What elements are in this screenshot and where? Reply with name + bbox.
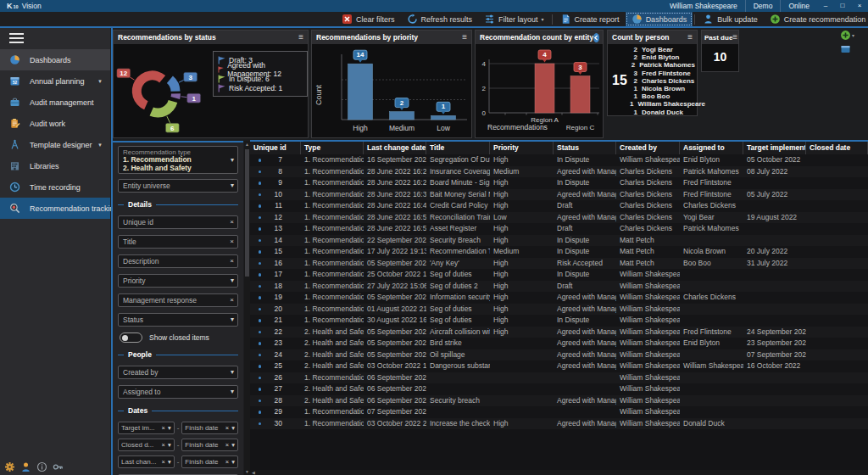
scroll-left-icon[interactable]: ◀ xyxy=(252,470,255,475)
table-row-21[interactable]: 211. Recommendation30 August 2022 16:51S… xyxy=(250,315,868,327)
chevron-down-icon[interactable]: ▾ xyxy=(852,32,854,38)
toolbar-button-clear-filters[interactable]: Clear filters xyxy=(336,12,401,26)
column-header-status[interactable]: Status xyxy=(554,142,616,154)
chevron-down-icon[interactable]: ▾ xyxy=(231,458,235,466)
donut-slice-in-dispute[interactable] xyxy=(150,100,178,118)
filter-input-title[interactable]: Title× xyxy=(118,235,238,249)
show-closed-toggle[interactable] xyxy=(120,332,142,343)
toolbar-button-create-recommendation[interactable]: Create recommendation▾ xyxy=(764,12,868,26)
table-row-27[interactable]: 272. Health and Safety06 September 2022 … xyxy=(250,383,868,395)
filter-dropdown-status[interactable]: Status▾ xyxy=(118,313,238,327)
panel-menu-icon[interactable]: ≡ xyxy=(462,31,467,44)
sidebar-item-audit-work[interactable]: Audit work xyxy=(0,113,110,134)
date-from-field[interactable]: Last chan...×▾ xyxy=(118,455,175,468)
table-row-17[interactable]: 171. Recommendation25 October 2022 16:24… xyxy=(250,269,868,281)
gear-icon[interactable] xyxy=(4,461,15,472)
date-to-field[interactable]: Finish date×▾ xyxy=(181,455,238,468)
table-row-22[interactable]: 222. Health and Safety05 September 2022 … xyxy=(250,327,868,338)
table-row-28[interactable]: 282. Health and Safety06 September 2022 … xyxy=(250,395,868,407)
chevron-down-icon[interactable]: ▾ xyxy=(231,387,234,397)
filter-dropdown-created-by[interactable]: Created by▾ xyxy=(118,366,238,379)
scroll-down-icon[interactable]: ▼ xyxy=(244,469,250,474)
minimize-button[interactable]: – xyxy=(817,0,834,12)
clear-icon[interactable]: × xyxy=(230,295,234,305)
table-row-14[interactable]: 141. Recommendation22 September 2022 1..… xyxy=(250,235,868,247)
clear-icon[interactable]: × xyxy=(162,424,165,432)
clear-icon[interactable]: × xyxy=(230,256,234,266)
table-row-30[interactable]: 301. Recommendation03 October 2022 20:46… xyxy=(250,418,868,430)
table-row-15[interactable]: 151. Recommendation17 July 2022 19:13Rec… xyxy=(250,246,868,258)
table-row-29[interactable]: 291. Recommendation07 September 2022 2..… xyxy=(250,406,868,418)
sidebar-item-recommendation-tracking[interactable]: Recommendation tracking xyxy=(0,198,110,219)
sidebar-item-annual-planning[interactable]: 52Annual planning▼ xyxy=(0,70,110,92)
column-header-assigned-to[interactable]: Assigned to xyxy=(680,142,743,154)
clear-icon[interactable]: × xyxy=(225,424,229,432)
info-icon[interactable] xyxy=(36,461,47,472)
clear-icon[interactable]: × xyxy=(162,441,165,449)
toolbar-button-bulk-update[interactable]: Bulk update xyxy=(697,12,764,26)
table-row-23[interactable]: 232. Health and Safety05 September 2022 … xyxy=(250,338,868,349)
entity-bar-region-c[interactable] xyxy=(570,76,590,114)
table-row-9[interactable]: 91. Recommendation28 June 2022 16:28Boar… xyxy=(250,177,868,189)
chevron-down-icon[interactable]: ▾ xyxy=(231,181,234,191)
chevron-down-icon[interactable]: ▾ xyxy=(231,155,234,165)
table-row-26[interactable]: 261. Recommendation06 September 2022 1..… xyxy=(250,372,868,384)
chevron-down-icon[interactable]: ▾ xyxy=(231,315,234,325)
maximize-button[interactable]: □ xyxy=(834,0,851,12)
filter-dropdown-priority[interactable]: Priority▾ xyxy=(118,274,238,288)
date-from-field[interactable]: Closed d...×▾ xyxy=(118,439,175,451)
donut-slice-risk-accepted[interactable] xyxy=(170,93,180,99)
column-header-closed-date[interactable]: Closed date xyxy=(806,142,868,154)
table-row-24[interactable]: 242. Health and Safety05 September 2022 … xyxy=(250,349,868,361)
hamburger-menu-icon[interactable] xyxy=(0,28,110,49)
date-to-field[interactable]: Finish date×▾ xyxy=(181,422,238,434)
chevron-down-icon[interactable]: ▾ xyxy=(231,441,235,449)
chevron-down-icon[interactable]: ▾ xyxy=(231,367,234,377)
table-row-18[interactable]: 181. Recommendation27 July 2022 15:06Seg… xyxy=(250,281,868,293)
table-row-13[interactable]: 131. Recommendation28 June 2022 16:56Ass… xyxy=(250,223,868,235)
column-header-last-change-date[interactable]: Last change date xyxy=(364,142,426,154)
key-icon[interactable] xyxy=(53,461,64,472)
clear-icon[interactable]: × xyxy=(230,237,234,247)
user-icon[interactable] xyxy=(20,461,31,472)
filter-scrollbar[interactable]: ▲ ▼ xyxy=(244,141,250,475)
clear-icon[interactable]: × xyxy=(162,458,165,466)
panel-menu-icon[interactable]: ≡ xyxy=(732,31,737,44)
close-button[interactable]: × xyxy=(851,0,868,12)
donut-slice-agreed-with-management[interactable] xyxy=(132,70,165,109)
table-row-16[interactable]: 161. Recommendation05 September 2022 1..… xyxy=(250,258,868,270)
date-to-field[interactable]: Finish date×▾ xyxy=(181,439,238,451)
sidebar-item-audit-management[interactable]: Audit management xyxy=(0,92,110,113)
clear-icon[interactable]: × xyxy=(230,217,234,227)
table-row-10[interactable]: 101. Recommendation28 June 2022 16:38Bai… xyxy=(250,189,868,201)
filter-dropdown-assigned-to[interactable]: Assigned to▾ xyxy=(118,385,238,399)
column-header-title[interactable]: Title xyxy=(426,142,490,154)
column-header-target-implementatio-[interactable]: Target implementatio... xyxy=(743,142,806,154)
recommendation-type-dropdown[interactable]: Recommendation type 1. Recommendation 2.… xyxy=(118,146,238,174)
table-row-11[interactable]: 111. Recommendation28 June 2022 16:42Cre… xyxy=(250,200,868,212)
table-row-19[interactable]: 191. Recommendation05 September 2022 1..… xyxy=(250,292,868,304)
sidebar-item-dashboards[interactable]: Dashboards xyxy=(0,49,110,70)
table-horizontal-scrollbar[interactable]: ◀ xyxy=(250,470,868,475)
entity-universe-dropdown[interactable]: Entity universe ▾ xyxy=(118,179,238,193)
drill-back-icon[interactable] xyxy=(593,33,599,42)
table-row-25[interactable]: 252. Health and Safety03 October 2022 17… xyxy=(250,360,868,372)
filter-input-unique-id[interactable]: Unique id× xyxy=(118,215,238,229)
toolbar-button-dashboards[interactable]: Dashboards xyxy=(626,12,693,26)
priority-bar-high[interactable] xyxy=(348,64,373,120)
clear-icon[interactable]: × xyxy=(225,458,229,466)
scrollbar-thumb[interactable] xyxy=(245,149,249,277)
chevron-down-icon[interactable]: ▾ xyxy=(168,424,171,432)
chevron-down-icon[interactable]: ▾ xyxy=(168,458,171,466)
filter-input-management-response[interactable]: Management response× xyxy=(118,293,238,307)
toolbar-button-create-report[interactable]: Create report xyxy=(554,12,626,26)
table-row-7[interactable]: 71. Recommendation16 September 2022 1...… xyxy=(250,154,868,166)
column-header-created-by[interactable]: Created by xyxy=(616,142,680,154)
table-row-20[interactable]: 201. Recommendation01 August 2022 21:04S… xyxy=(250,304,868,316)
panel-menu-icon[interactable]: ≡ xyxy=(298,31,303,44)
chevron-down-icon[interactable]: ▾ xyxy=(231,276,234,286)
panel-menu-icon[interactable]: ≡ xyxy=(687,31,693,44)
scroll-up-icon[interactable]: ▲ xyxy=(244,142,250,147)
date-from-field[interactable]: Target im...×▾ xyxy=(118,422,175,434)
filter-input-description[interactable]: Description× xyxy=(118,254,238,268)
